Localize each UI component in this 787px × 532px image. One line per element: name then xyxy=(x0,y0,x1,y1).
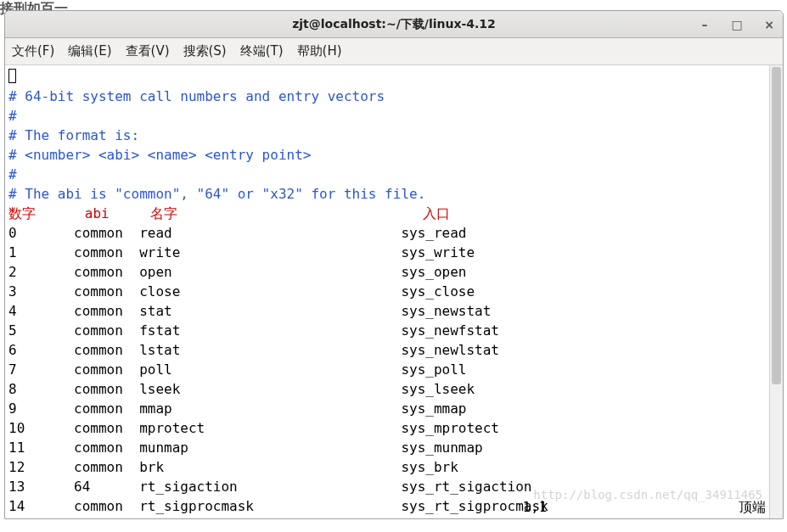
terminal-wrap: # 64-bit system call numbers and entry v… xyxy=(5,65,783,518)
scrollbar-thumb[interactable] xyxy=(772,67,781,384)
terminal-window: zjt@localhost:~/下载/linux-4.12 – □ × 文件(F… xyxy=(4,10,784,519)
menu-file[interactable]: 文件(F) xyxy=(12,43,54,59)
cursor-position: 1,1 xyxy=(523,499,548,517)
window-title: zjt@localhost:~/下载/linux-4.12 xyxy=(292,17,496,32)
titlebar[interactable]: zjt@localhost:~/下载/linux-4.12 – □ × xyxy=(5,11,783,38)
menu-view[interactable]: 查看(V) xyxy=(126,43,170,59)
menu-help[interactable]: 帮助(H) xyxy=(297,43,342,59)
terminal-content[interactable]: # 64-bit system call numbers and entry v… xyxy=(5,65,769,518)
close-button[interactable]: × xyxy=(762,18,776,31)
menu-edit[interactable]: 编辑(E) xyxy=(68,43,111,59)
scrollbar[interactable] xyxy=(769,65,783,518)
vim-statusline: 1,1顶端 xyxy=(8,499,766,517)
menubar: 文件(F) 编辑(E) 查看(V) 搜索(S) 终端(T) 帮助(H) xyxy=(5,38,783,65)
menu-search[interactable]: 搜索(S) xyxy=(183,43,227,59)
scroll-indicator: 顶端 xyxy=(739,499,766,517)
window-controls: – □ × xyxy=(698,11,776,37)
maximize-button[interactable]: □ xyxy=(730,18,744,31)
minimize-button[interactable]: – xyxy=(698,18,711,31)
menu-terminal[interactable]: 终端(T) xyxy=(240,43,284,59)
